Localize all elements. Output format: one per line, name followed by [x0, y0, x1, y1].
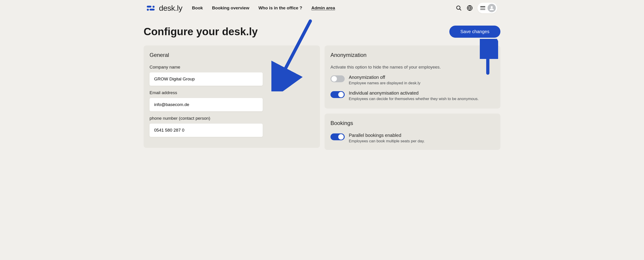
nav-overview[interactable]: Booking overview [212, 5, 250, 10]
toggle-anonymization-off: Anonymization off Employee names are dis… [330, 75, 494, 85]
user-menu[interactable] [478, 3, 497, 13]
header: desk.ly Book Booking overview Who is in … [144, 0, 500, 16]
toggle-anonymization-off-switch[interactable] [330, 75, 345, 82]
toggle-parallel-bookings-desc: Employees can book multiple seats per da… [349, 139, 424, 143]
content-columns: General Company name Email address phone… [144, 45, 500, 150]
menu-icon [480, 6, 485, 10]
main-nav: Book Booking overview Who is in the offi… [192, 5, 335, 10]
toggle-individual-anon-title: Individual anonymisation activated [349, 91, 479, 96]
logo[interactable]: desk.ly [147, 4, 182, 12]
title-row: Configure your desk.ly Save changes [144, 16, 500, 45]
bookings-panel: Bookings Parallel bookings enabled Emplo… [324, 114, 500, 150]
company-input[interactable] [150, 72, 263, 86]
logo-mark-icon [147, 5, 157, 11]
toggle-parallel-bookings-title: Parallel bookings enabled [349, 133, 424, 138]
toggle-anonymization-off-desc: Employee names are displayed in desk.ly [349, 81, 420, 85]
general-title: General [150, 52, 314, 58]
toggle-individual-anon: Individual anonymisation activated Emplo… [330, 91, 494, 101]
nav-book[interactable]: Book [192, 5, 203, 10]
toggle-anonymization-off-title: Anonymization off [349, 75, 420, 80]
general-panel: General Company name Email address phone… [144, 45, 320, 148]
toggle-parallel-bookings: Parallel bookings enabled Employees can … [330, 133, 494, 143]
header-actions [456, 3, 498, 13]
bookings-title: Bookings [330, 120, 494, 126]
toggle-parallel-bookings-switch[interactable] [330, 133, 345, 140]
toggle-individual-anon-desc: Employees can decide for themselves whet… [349, 97, 479, 101]
save-button[interactable]: Save changes [449, 26, 500, 38]
phone-input[interactable] [150, 124, 263, 137]
toggle-individual-anon-switch[interactable] [330, 91, 345, 98]
search-icon[interactable] [456, 5, 462, 11]
email-input[interactable] [150, 98, 263, 111]
anonymization-desc: Activate this option to hide the names o… [330, 65, 494, 70]
company-label: Company name [150, 65, 314, 70]
anonymization-title: Anonymization [330, 52, 494, 58]
globe-icon[interactable] [466, 5, 473, 11]
svg-point-3 [490, 6, 492, 8]
svg-line-1 [460, 9, 461, 10]
email-label: Email address [150, 90, 314, 95]
right-column: Anonymization Activate this option to hi… [324, 45, 500, 150]
anonymization-panel: Anonymization Activate this option to hi… [324, 45, 500, 109]
nav-admin[interactable]: Admin area [312, 5, 335, 10]
nav-who[interactable]: Who is in the office ? [258, 5, 302, 10]
avatar-icon [488, 4, 496, 12]
logo-text: desk.ly [159, 4, 182, 12]
phone-label: phone number (contact person) [150, 116, 314, 121]
page-title: Configure your desk.ly [144, 26, 258, 37]
